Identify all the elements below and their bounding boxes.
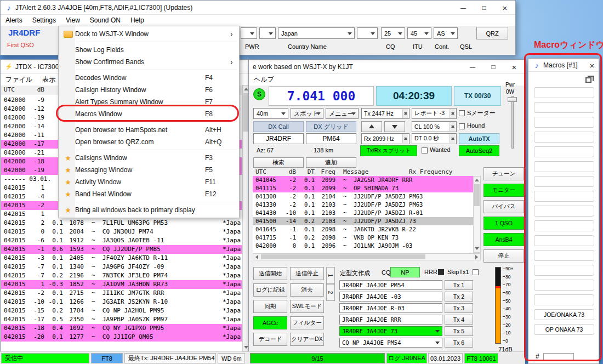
freq-up-button[interactable] — [361, 121, 382, 132]
macro-slot[interactable] — [534, 191, 594, 202]
itu-zone-select[interactable]: 45 — [407, 27, 431, 39]
scroll-down-icon[interactable] — [474, 245, 480, 252]
power-slider[interactable] — [511, 96, 514, 149]
decode-row[interactable]: 041430 -10 0.1 2103 ~ JJ2UDF/P JA5DZJ R-… — [253, 209, 473, 217]
scroll-up-icon[interactable] — [474, 177, 480, 184]
control-button[interactable]: 送信停止 — [290, 267, 324, 280]
power-slider-thumb[interactable] — [508, 97, 517, 102]
tx-message-field[interactable]: JR4DRF JA4JOE RRR — [339, 315, 442, 325]
s-meter-indicator[interactable]: S — [253, 88, 265, 100]
tx-frequency-spinner[interactable]: Tx 2447 Hz — [361, 108, 409, 119]
tx-select-button[interactable]: Tx 1 — [445, 280, 473, 290]
decode-row[interactable]: 042015 -2 0.1 2715 ~ JI1IKC JM7GTK RRR *… — [1, 289, 242, 298]
menu-item[interactable]: ファイル — [1, 74, 37, 86]
menu-item[interactable]: Alerts — [1, 15, 27, 26]
macro-slot[interactable] — [534, 102, 594, 113]
spinner-arrows-icon[interactable] — [450, 134, 456, 143]
continent-select[interactable]: AS — [434, 27, 458, 39]
scroll-right-icon[interactable] — [473, 254, 480, 260]
rx-frequency-table[interactable]: 041045 -2 0.1 2099 ~ JA2GSR JR4DRF RRR 0… — [253, 176, 473, 253]
view-menu-item[interactable]: Dock to WSJT-X Window — [59, 28, 239, 40]
control-button[interactable]: AnsB4 — [483, 233, 524, 246]
decode-row[interactable]: 041715 -1 0.2 2098 ~ VKB OP KEN 73 — [253, 234, 473, 242]
decode-row[interactable]: 042015 1 -0.3 1852 ~ JA1DVM JA3HDN RR73 … — [1, 280, 242, 289]
tx-select-button[interactable]: Tx 6 — [445, 338, 473, 348]
tx-watchdog-button[interactable]: TX 00/30 — [454, 86, 501, 106]
tx-select-button[interactable]: Tx 2 — [445, 292, 473, 302]
macro-slot[interactable] — [534, 161, 594, 172]
txrx-split-button[interactable]: Tx/Rx スプリット — [360, 145, 417, 156]
dx-grid-field[interactable]: PM64 — [306, 133, 356, 144]
rx-frequency-spinner[interactable]: Rx 2099 Hz — [361, 133, 409, 144]
menu-item[interactable]: Sound ON — [85, 15, 126, 26]
spinner-arrows-icon[interactable] — [450, 109, 456, 118]
macro-entry-input[interactable] — [543, 353, 574, 361]
menu-item[interactable]: Help — [126, 15, 149, 26]
minimize-button[interactable] — [462, 60, 483, 74]
view-menu-item[interactable]: Callsigns Window F3 — [59, 152, 239, 164]
view-menu-item[interactable]: Open browser to QRZ.com Alt+Q — [59, 136, 239, 148]
add-button[interactable]: 追加 — [306, 157, 356, 168]
view-menu-item[interactable]: Callsign History Window F6 — [59, 84, 239, 96]
search-button[interactable]: 検索 — [253, 157, 304, 168]
tx-select-button[interactable]: Tx 3 — [445, 303, 473, 313]
decode-row[interactable]: 042015 -17 0.5 2350 ~ JA9PBP JA0SZK PM97… — [1, 315, 242, 324]
control-button[interactable]: 送信開始 — [253, 267, 287, 280]
view-menu-item[interactable]: Open browser to HamSpots.net Alt+H — [59, 124, 239, 136]
macro-slot[interactable] — [534, 250, 594, 261]
country-select[interactable]: Japan — [278, 27, 355, 39]
autoseq-button[interactable]: AutoSeq2 — [459, 145, 499, 156]
macro-slot[interactable]: JOE/ONAKA 73 — [534, 309, 594, 320]
view-menu-item[interactable] — [59, 200, 239, 204]
view-menu-item[interactable] — [59, 120, 239, 124]
close-button[interactable] — [504, 60, 525, 74]
cq-direction-field[interactable]: NP — [390, 267, 420, 277]
macro-slot[interactable] — [534, 235, 594, 246]
smeter-checkbox[interactable] — [459, 110, 465, 116]
menu-item[interactable]: 表示 — [37, 74, 60, 86]
pwr-select[interactable] — [241, 27, 257, 39]
control-button[interactable]: クリアーDX — [290, 333, 324, 346]
decode-row[interactable]: 042015 2 0.1 1078 ~ 7L1FUL UM63PG PM53 *… — [1, 219, 242, 228]
scrollbar-thumb[interactable] — [243, 93, 248, 132]
scrollbar-thumb[interactable] — [261, 254, 425, 259]
macro-slot[interactable] — [534, 206, 594, 217]
decode-row[interactable]: 042015 -7 0.2 2196 ~ 7N3TCK JF3LEO PM74 … — [1, 271, 242, 280]
menu-item[interactable]: View — [61, 15, 85, 26]
control-button[interactable]: 同期 — [253, 300, 287, 313]
view-menu-item[interactable]: Messaging Window F5 — [59, 164, 239, 176]
close-button[interactable] — [585, 59, 599, 72]
menu-dropdown-button[interactable]: メニュー — [326, 108, 359, 119]
view-menu-item[interactable] — [59, 40, 239, 44]
frequency-display[interactable]: 7.041 000 — [269, 86, 374, 106]
view-menu-item[interactable]: Macros Window F8 — [59, 108, 239, 120]
menu-item[interactable]: ヘルプ — [249, 74, 279, 86]
control-button[interactable]: 停止 — [483, 249, 524, 263]
macro-slot[interactable] — [534, 220, 594, 231]
view-menu-item[interactable]: Activity Window F11 — [59, 176, 239, 188]
macro-slot[interactable] — [534, 176, 594, 187]
rx-table-scrollbar[interactable] — [473, 176, 481, 253]
decode-row[interactable]: 042015 -7 0.1 1340 ~ JA9GPG JF4OZY -09 *… — [1, 263, 242, 271]
maximize-button[interactable] — [483, 60, 504, 74]
decode-row[interactable]: 041500 -14 0.2 2103 ~ JJ2UDF/P JA5DZJ 73 — [253, 217, 473, 225]
decode-row[interactable]: 042015 -1 0.6 1593 ~ CQ JJ2UDF/P PM85 *J… — [1, 245, 242, 254]
spinner-arrows-icon[interactable] — [402, 109, 408, 118]
control-button[interactable]: 1 QSO — [483, 217, 524, 230]
decode-row[interactable]: 041115 -2 0.1 2099 ~ OP SHIMADA 73 — [253, 184, 473, 192]
tx-message-field[interactable]: JR4DRF JA4JOE 73 — [339, 326, 442, 336]
band-select[interactable]: 40m — [253, 108, 288, 119]
tx-message-field[interactable]: CQ NP JA4JOE PM54 — [339, 338, 442, 348]
control-button[interactable]: ログに記録 — [253, 283, 287, 297]
dx-call-field[interactable]: JR4DRF — [253, 133, 304, 144]
spinner-arrows-icon[interactable] — [402, 134, 408, 143]
view-menu-item[interactable]: Decodes Window F4 — [59, 72, 239, 84]
view-menu-item[interactable] — [59, 68, 239, 72]
view-menu-item[interactable]: Alert Types Summary Window F7 — [59, 96, 239, 108]
cq-zone-select[interactable]: 25 — [381, 27, 405, 39]
report-spinner[interactable]: レポート -3 — [412, 108, 457, 119]
tx-message-field[interactable]: JR4DRF JA4JOE -03 — [339, 292, 442, 302]
macro-slot[interactable]: OP ONAKA 73 — [534, 324, 594, 335]
decode-row[interactable]: 042015 -18 0.4 1092 ~ CQ NY JG1PXO PM95 … — [1, 324, 242, 333]
control-button[interactable]: フィルター — [290, 316, 324, 329]
